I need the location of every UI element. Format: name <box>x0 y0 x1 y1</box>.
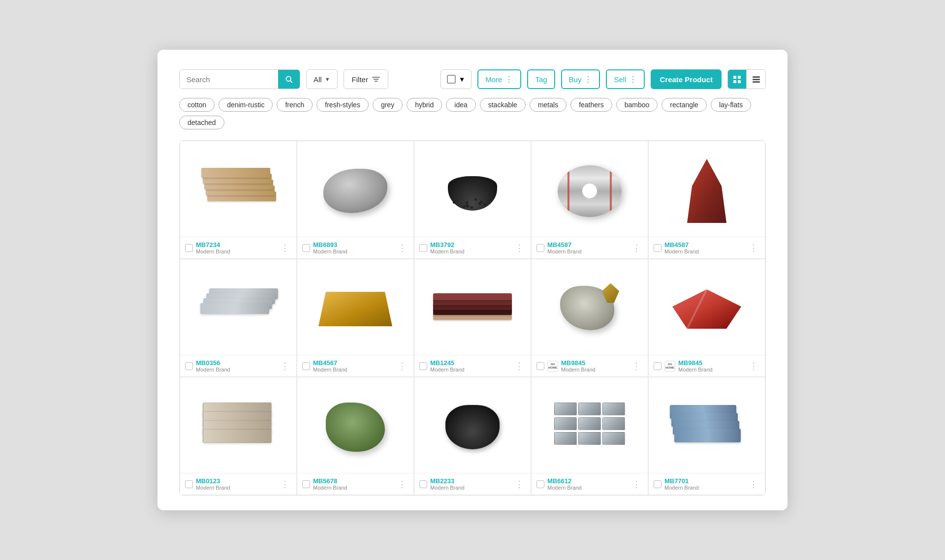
product-menu-icon[interactable] <box>630 478 643 491</box>
tag-chip-french[interactable]: french <box>277 98 313 112</box>
product-id[interactable]: MB9845 <box>561 359 627 367</box>
product-menu-icon[interactable] <box>747 360 760 373</box>
select-all-checkbox[interactable]: ▼ <box>441 69 472 89</box>
product-checkbox[interactable] <box>536 362 544 370</box>
product-menu-icon[interactable] <box>396 360 409 373</box>
product-footer: MB6893Modern Brand <box>297 237 413 258</box>
product-image-gem <box>649 259 765 355</box>
product-menu-icon[interactable] <box>513 242 526 254</box>
product-id[interactable]: MB3792 <box>430 241 510 249</box>
search-button[interactable] <box>278 69 300 89</box>
product-checkbox[interactable] <box>654 244 662 252</box>
product-id[interactable]: MB1245 <box>430 359 510 367</box>
tag-chip-fresh-styles[interactable]: fresh-styles <box>316 98 369 112</box>
svg-line-1 <box>290 81 292 83</box>
product-card: MB1245Modern Brand <box>414 259 531 377</box>
tag-button[interactable]: Tag <box>527 69 555 89</box>
product-checkbox[interactable] <box>302 480 310 488</box>
product-menu-icon[interactable] <box>747 478 760 491</box>
tag-chip-metals[interactable]: metals <box>530 98 567 112</box>
tag-chip-bamboo[interactable]: bamboo <box>616 98 658 112</box>
product-info: MB3792Modern Brand <box>430 241 510 254</box>
product-id[interactable]: MB4567 <box>313 359 393 367</box>
product-menu-icon[interactable] <box>396 242 409 254</box>
product-image-rock <box>297 141 413 237</box>
product-info: MB4587Modern Brand <box>664 241 744 254</box>
product-menu-icon[interactable] <box>279 478 291 491</box>
product-checkbox[interactable] <box>419 244 427 252</box>
product-card: MB7234Modern Brand <box>180 141 297 259</box>
product-id[interactable]: MB7701 <box>664 477 744 485</box>
product-id[interactable]: MB2233 <box>430 477 510 485</box>
product-info: MB9845Modern Brand <box>561 359 627 373</box>
tag-chip-lay-flats[interactable]: lay-flats <box>711 98 751 112</box>
product-card: MB6893Modern Brand <box>297 141 414 259</box>
buy-button[interactable]: Buy ⋮ <box>561 69 600 89</box>
product-checkbox[interactable] <box>419 362 427 370</box>
product-menu-icon[interactable] <box>396 478 409 491</box>
product-checkbox[interactable] <box>536 480 544 488</box>
product-card: MB5678Modern Brand <box>297 377 414 495</box>
tag-chip-detached[interactable]: detached <box>179 116 224 129</box>
product-brand: Modern Brand <box>196 249 276 254</box>
product-image-concrete-blocks <box>180 377 296 473</box>
product-checkbox[interactable] <box>302 362 310 370</box>
list-view-button[interactable] <box>747 70 765 89</box>
toolbar: All ▼ Filter ▼ More ⋮ Tag Buy ⋮ <box>179 69 766 89</box>
product-brand: Modern Brand <box>313 249 393 254</box>
product-image-grey-blocks <box>532 377 648 473</box>
grid-view-button[interactable] <box>728 70 747 89</box>
search-input[interactable] <box>180 70 278 89</box>
product-checkbox[interactable] <box>419 480 427 488</box>
product-id[interactable]: MB6893 <box>313 241 393 249</box>
tag-chip-idea[interactable]: idea <box>446 98 475 112</box>
tag-chip-rectangle[interactable]: rectangle <box>662 98 707 112</box>
product-checkbox[interactable] <box>654 362 662 370</box>
product-id[interactable]: MB5678 <box>313 477 393 485</box>
product-menu-icon[interactable] <box>513 360 526 373</box>
sell-button[interactable]: Sell ⋮ <box>606 69 645 89</box>
tag-chip-stackable[interactable]: stackable <box>480 98 526 112</box>
tag-chip-grey[interactable]: grey <box>373 98 403 112</box>
product-brand: Modern Brand <box>561 367 627 373</box>
product-id[interactable]: MB4587 <box>664 241 744 249</box>
more-button[interactable]: More ⋮ <box>477 69 521 89</box>
product-image-green-rock <box>297 377 413 473</box>
filter-button[interactable]: Filter <box>344 69 388 89</box>
product-menu-icon[interactable] <box>630 360 643 373</box>
product-checkbox[interactable] <box>185 362 193 370</box>
product-id[interactable]: MB4587 <box>547 241 627 249</box>
product-checkbox[interactable] <box>302 244 310 252</box>
app-container: All ▼ Filter ▼ More ⋮ Tag Buy ⋮ <box>158 50 788 510</box>
product-menu-icon[interactable] <box>630 242 643 254</box>
filter-icon <box>372 76 380 83</box>
product-card: MB4567Modern Brand <box>297 259 414 377</box>
create-product-button[interactable]: Create Product <box>651 69 722 89</box>
tags-row: cottondenim-rusticfrenchfresh-stylesgrey… <box>179 98 766 129</box>
tag-chip-hybrid[interactable]: hybrid <box>407 98 442 112</box>
product-card: MB7701Modern Brand <box>648 377 765 495</box>
product-checkbox[interactable] <box>536 244 544 252</box>
product-id[interactable]: MB7234 <box>196 241 276 249</box>
product-menu-icon[interactable] <box>279 242 291 254</box>
product-id[interactable]: MB0123 <box>196 477 276 485</box>
product-menu-icon[interactable] <box>747 242 760 254</box>
product-id[interactable]: MB6612 <box>547 477 627 485</box>
product-id[interactable]: MB0356 <box>196 359 276 367</box>
product-info: MB1245Modern Brand <box>430 359 510 373</box>
product-info: MB5678Modern Brand <box>313 477 393 491</box>
svg-rect-7 <box>733 80 736 83</box>
product-id[interactable]: MB9845 <box>678 359 744 367</box>
product-card: MB0356Modern Brand <box>180 259 297 377</box>
product-menu-icon[interactable] <box>513 478 526 491</box>
tag-chip-cotton[interactable]: cotton <box>179 98 215 112</box>
product-checkbox[interactable] <box>185 480 193 488</box>
product-info: MB7701Modern Brand <box>664 477 744 491</box>
tag-chip-feathers[interactable]: feathers <box>570 98 612 112</box>
product-checkbox[interactable] <box>654 480 662 488</box>
tag-chip-denim-rustic[interactable]: denim-rustic <box>219 98 273 112</box>
svg-marker-13 <box>318 292 392 326</box>
product-menu-icon[interactable] <box>279 360 291 373</box>
all-dropdown[interactable]: All ▼ <box>306 69 338 89</box>
product-checkbox[interactable] <box>185 244 193 252</box>
